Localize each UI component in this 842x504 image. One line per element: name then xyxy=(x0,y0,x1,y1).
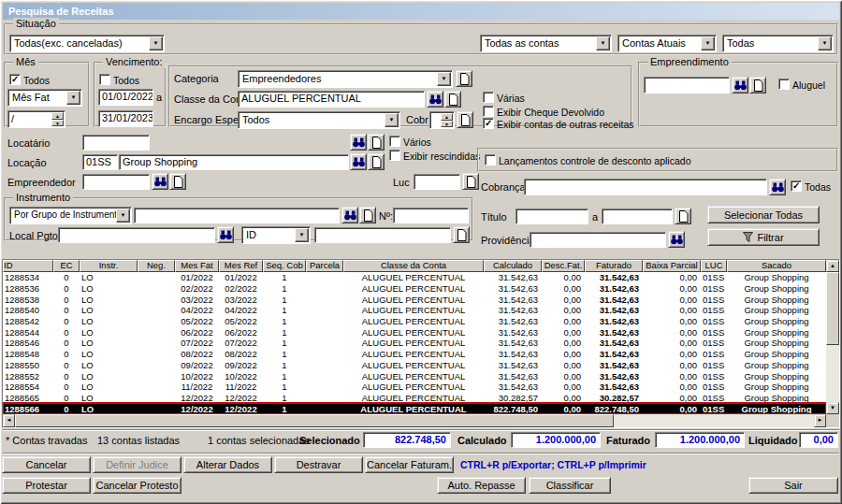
grid-row[interactable]: 12885360LO02/202202/20221ALUGUEL PERCENT… xyxy=(3,283,826,295)
destravar-button[interactable]: Destravar xyxy=(274,456,363,473)
grid-column-header[interactable]: Desc.Fat. xyxy=(542,260,585,272)
grid-row[interactable]: 12885500LO09/202209/20221ALUGUEL PERCENT… xyxy=(3,360,826,371)
empreendedor-lookup-button[interactable] xyxy=(152,173,168,190)
locacao-lookup-button[interactable] xyxy=(350,153,367,170)
providencia-lookup-button[interactable] xyxy=(668,231,685,248)
spin-up-icon[interactable]: ▲ xyxy=(51,112,64,120)
empreendimento-new-button[interactable] xyxy=(749,77,766,94)
contas-atuais-select[interactable]: Contas Atuais ▼ xyxy=(617,35,717,52)
exibir-rescindidas-checkbox[interactable]: ✓ xyxy=(389,150,400,161)
classe-conta-field[interactable]: ALUGUEL PERCENTUAL xyxy=(238,91,425,108)
exibir-outras-checkbox[interactable]: ✓ xyxy=(483,118,494,129)
grid-column-header[interactable]: Classe da Conta xyxy=(343,260,484,272)
mes-todos-checkbox[interactable]: ✓ xyxy=(9,74,21,85)
providencia-field[interactable] xyxy=(530,232,666,248)
grid-column-header[interactable]: Instr. xyxy=(80,260,138,272)
titulo-de-field[interactable] xyxy=(515,209,588,224)
vencimento-todos-checkbox[interactable]: ✓ xyxy=(99,74,110,85)
situacao-select[interactable]: Todas(exc. canceladas) ▼ xyxy=(9,35,165,52)
luc-field[interactable] xyxy=(414,174,460,190)
grid-column-header[interactable]: Baixa Parcial xyxy=(643,260,701,272)
cancelar-protesto-button[interactable]: Cancelar Protesto xyxy=(93,477,181,494)
encargo-select[interactable]: Todos ▼ xyxy=(238,111,400,129)
instrumento-tipo-select[interactable]: Por Grupo de Instrumento ▼ xyxy=(9,207,132,224)
instrumento-lookup-button[interactable] xyxy=(341,207,358,223)
chevron-down-icon[interactable]: ▼ xyxy=(385,113,399,127)
locatario-lookup-button[interactable] xyxy=(350,134,367,151)
grid-row[interactable]: 12885520LO10/202210/20221ALUGUEL PERCENT… xyxy=(3,370,826,382)
grid-row[interactable]: 12885400LO04/202204/20221ALUGUEL PERCENT… xyxy=(3,305,826,316)
chevron-down-icon[interactable]: ▼ xyxy=(66,91,80,105)
varios-checkbox[interactable]: ✓ xyxy=(389,136,400,147)
vencimento-ate-field[interactable]: 31/01/2023 xyxy=(98,110,153,127)
cancelar-button[interactable]: Cancelar xyxy=(2,456,91,473)
grid-column-header[interactable]: LUC xyxy=(701,260,727,272)
mes-periodo-spinner[interactable]: / ▲ ▼ xyxy=(7,110,65,128)
cobranca-lookup-button[interactable] xyxy=(769,179,786,195)
chevron-down-icon[interactable]: ▼ xyxy=(295,228,309,242)
grid-row[interactable]: 12885460LO07/202207/20221ALUGUEL PERCENT… xyxy=(3,338,826,349)
grid-row[interactable]: 12885380LO03/202203/20221ALUGUEL PERCENT… xyxy=(3,294,826,305)
titulo-ate-field[interactable] xyxy=(602,209,673,224)
instrumento-field[interactable] xyxy=(134,208,340,223)
encargo-new-button[interactable] xyxy=(457,111,473,128)
local-pgto-field[interactable] xyxy=(58,227,215,243)
instrumento-new-button[interactable] xyxy=(359,207,376,223)
chevron-down-icon[interactable]: ▼ xyxy=(116,209,130,223)
grid-row[interactable]: 12885440LO06/202206/20221ALUGUEL PERCENT… xyxy=(3,326,826,338)
cancelar-faturam-button[interactable]: Cancelar Faturam. xyxy=(365,456,454,473)
spin-down-icon[interactable]: ▼ xyxy=(441,121,453,128)
grid-column-header[interactable]: Parcela xyxy=(306,260,343,272)
scroll-left-icon[interactable]: ◄ xyxy=(3,414,15,427)
vertical-scroll-thumb[interactable] xyxy=(826,272,839,345)
grid-column-header[interactable]: Faturado xyxy=(585,260,643,272)
id-field[interactable] xyxy=(314,227,451,243)
chevron-down-icon[interactable]: ▼ xyxy=(596,36,610,50)
sair-button[interactable]: Sair xyxy=(748,477,838,494)
grid-row[interactable]: 12885480LO08/202208/20221ALUGUEL PERCENT… xyxy=(3,349,826,360)
contas-filter-select[interactable]: Todas as contas ▼ xyxy=(480,35,612,52)
protestar-button[interactable]: Protestar xyxy=(2,477,91,494)
lancamentos-checkbox[interactable]: ✓ xyxy=(485,154,496,166)
spin-up-icon[interactable]: ▲ xyxy=(441,113,453,121)
locacao-codigo-field[interactable]: 01SS xyxy=(82,154,118,170)
scroll-right-icon[interactable]: ► xyxy=(814,414,826,427)
cobr-spinner[interactable]: ▲ ▼ xyxy=(429,111,455,129)
cobranca-field[interactable] xyxy=(524,179,767,195)
locacao-nome-field[interactable]: Group Shopping xyxy=(119,154,349,170)
chevron-down-icon[interactable]: ▼ xyxy=(149,36,163,50)
grid-vertical-scrollbar[interactable]: ▲ ▼ xyxy=(826,260,839,414)
grid-column-header[interactable]: EC xyxy=(53,260,80,272)
numero-field[interactable] xyxy=(393,208,469,223)
chevron-down-icon[interactable]: ▼ xyxy=(701,36,715,50)
grid-horizontal-scrollbar[interactable]: ◄ ► xyxy=(3,414,826,427)
empreendedor-field[interactable] xyxy=(82,174,150,190)
empreendimento-lookup-button[interactable] xyxy=(732,77,748,94)
definir-judice-button[interactable]: Definir Judice xyxy=(93,456,181,473)
grid-row[interactable]: 12885650LO12/202212/20221ALUGUEL PERCENT… xyxy=(3,393,826,404)
grid-column-header[interactable]: Calculado xyxy=(484,260,542,272)
contas-todas-select[interactable]: Todas ▼ xyxy=(722,35,834,52)
classe-conta-new-button[interactable] xyxy=(444,91,461,108)
exibir-cheque-checkbox[interactable]: ✓ xyxy=(483,106,494,117)
grid-row[interactable]: 12885340LO01/202201/20221ALUGUEL PERCENT… xyxy=(3,272,826,283)
id-new-button[interactable] xyxy=(453,226,470,243)
empreendimento-field[interactable] xyxy=(644,77,730,94)
grid-column-header[interactable]: Sacado xyxy=(727,260,826,272)
alterar-dados-button[interactable]: Alterar Dados xyxy=(183,456,272,473)
mes-fat-select[interactable]: Mês Fat ▼ xyxy=(7,89,82,107)
chevron-down-icon[interactable]: ▼ xyxy=(818,36,832,50)
empreendedor-new-button[interactable] xyxy=(169,173,186,190)
classe-conta-lookup-button[interactable] xyxy=(427,91,443,108)
aluguel-checkbox[interactable]: ✓ xyxy=(778,79,790,90)
grid-column-header[interactable]: Mes Fat xyxy=(175,260,219,272)
id-select[interactable]: ID ▼ xyxy=(241,226,311,244)
luc-new-button[interactable] xyxy=(462,173,479,190)
locacao-new-button[interactable] xyxy=(368,153,385,170)
cobranca-todas-checkbox[interactable]: ✓ xyxy=(791,180,802,192)
grid-row[interactable]: 12885420LO05/202205/20221ALUGUEL PERCENT… xyxy=(3,316,826,327)
horizontal-scroll-thumb[interactable] xyxy=(15,414,614,427)
filtrar-button[interactable]: Filtrar xyxy=(707,228,820,246)
auto-repasse-button[interactable]: Auto. Repasse xyxy=(437,477,526,494)
grid-column-header[interactable]: ID xyxy=(3,260,53,272)
